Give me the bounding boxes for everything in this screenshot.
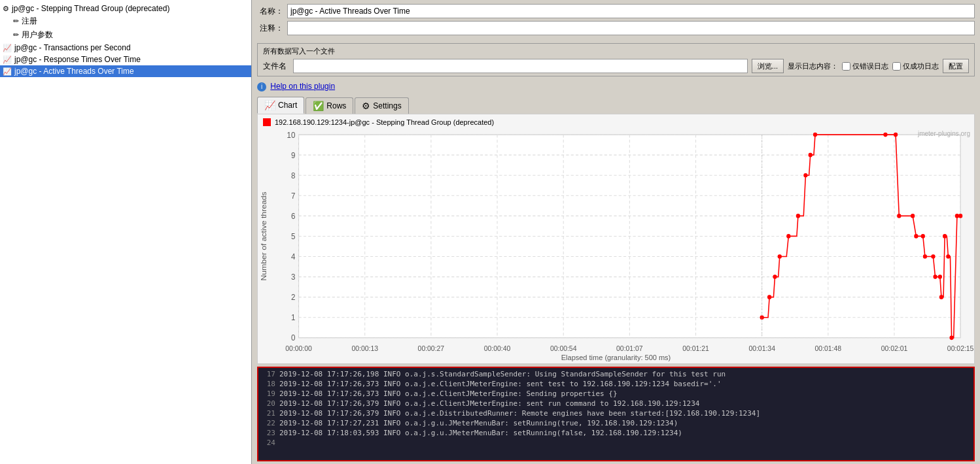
chart-watermark: jmeter-plugins.org <box>918 130 970 137</box>
tab-bar: 📈 Chart ✅ Rows ⚙ Settings <box>252 94 980 114</box>
svg-text:00:01:07: 00:01:07 <box>616 344 643 352</box>
x-axis-label: Elapsed time (granularity: 500 ms) <box>258 352 974 363</box>
svg-text:3: 3 <box>291 273 296 282</box>
tab-rows-label: Rows <box>326 101 346 110</box>
log-line-text: 2019-12-08 17:17:26,373 INFO o.a.j.e.Cli… <box>279 389 618 398</box>
log-line: 21 2019-12-08 17:17:26,379 INFO o.a.j.e.… <box>260 408 972 418</box>
chart-icon: 📈 <box>3 67 12 76</box>
sidebar-item-label: 用户参数 <box>22 29 53 41</box>
sidebar-item-active-threads[interactable]: 📈 jp@gc - Active Threads Over Time <box>0 65 251 77</box>
form-area: 名称： 注释： <box>252 0 980 41</box>
comment-input[interactable] <box>287 21 975 35</box>
name-label: 名称： <box>257 6 283 17</box>
log-line-num: 18 <box>260 380 275 388</box>
svg-point-67 <box>946 254 950 259</box>
svg-text:00:01:21: 00:01:21 <box>682 344 709 352</box>
file-row: 文件名 浏览... 显示日志内容： 仅错误日志 仅成功日志 配置 <box>263 59 969 73</box>
error-log-checkbox-label: 仅错误日志 <box>842 61 888 71</box>
svg-text:00:00:54: 00:00:54 <box>550 344 577 352</box>
svg-text:00:01:34: 00:01:34 <box>748 344 775 352</box>
svg-point-68 <box>949 335 953 340</box>
chart-area: jmeter-plugins.org <box>258 127 974 352</box>
log-line-text: 2019-12-08 17:17:26,379 INFO o.a.j.e.Dis… <box>279 409 760 418</box>
comment-row: 注释： <box>257 21 975 35</box>
config-button[interactable]: 配置 <box>943 59 969 73</box>
file-input[interactable] <box>293 59 748 73</box>
log-line-num: 24 <box>260 439 275 447</box>
svg-point-47 <box>767 295 771 299</box>
svg-text:0: 0 <box>291 333 296 342</box>
chart-icon: 📈 <box>3 44 12 52</box>
info-icon: i <box>257 82 266 91</box>
log-line-text: 2019-12-08 17:17:27,231 INFO o.a.j.g.u.J… <box>279 419 678 427</box>
sidebar-item-response-times[interactable]: 📈 jp@gc - Response Times Over Time <box>0 54 251 65</box>
log-line-num: 20 <box>260 399 275 408</box>
svg-point-65 <box>939 295 943 299</box>
svg-text:00:02:15: 00:02:15 <box>947 344 974 352</box>
sidebar-item-label: jp@gc - Response Times Over Time <box>14 55 141 64</box>
chart-container: 192.168.190.129:1234-jp@gc - Stepping Th… <box>257 114 975 364</box>
svg-text:6: 6 <box>291 211 296 220</box>
tab-settings-label: Settings <box>373 101 401 110</box>
chart-tab-icon: 📈 <box>264 100 275 110</box>
tab-rows[interactable]: ✅ Rows <box>306 97 353 114</box>
svg-point-53 <box>809 153 813 157</box>
gear-icon: ⚙ <box>3 5 9 13</box>
log-content-label: 显示日志内容： <box>788 61 838 71</box>
svg-text:00:00:13: 00:00:13 <box>351 344 378 352</box>
log-line-text: 2019-12-08 17:18:03,593 INFO o.a.j.g.u.J… <box>279 429 682 437</box>
success-log-checkbox[interactable] <box>892 62 901 71</box>
svg-text:8: 8 <box>291 171 296 180</box>
tab-settings[interactable]: ⚙ Settings <box>355 97 408 114</box>
svg-text:10: 10 <box>287 130 296 139</box>
chart-icon: 📈 <box>3 56 12 64</box>
rows-tab-icon: ✅ <box>313 101 324 111</box>
help-link[interactable]: Help on this plugin <box>270 82 335 91</box>
sidebar-item-stepping-thread-group[interactable]: ⚙ jp@gc - Stepping Thread Group (depreca… <box>0 3 251 14</box>
tab-chart[interactable]: 📈 Chart <box>257 97 304 114</box>
log-line: 24 <box>260 438 972 448</box>
log-line: 20 2019-12-08 17:17:26,379 INFO o.a.j.e.… <box>260 399 972 408</box>
edit-icon: ✏ <box>13 17 19 25</box>
svg-point-58 <box>911 214 915 218</box>
log-area[interactable]: 17 2019-12-08 17:17:26,198 INFO o.a.j.s.… <box>257 367 975 461</box>
svg-point-66 <box>943 234 947 239</box>
settings-tab-icon: ⚙ <box>362 101 370 111</box>
sidebar-item-label: jp@gc - Active Threads Over Time <box>14 67 134 76</box>
svg-point-54 <box>813 133 817 137</box>
log-line-text: 2019-12-08 17:17:26,373 INFO o.a.j.e.Cli… <box>279 380 722 388</box>
comment-label: 注释： <box>257 23 283 34</box>
sidebar-item-user-params[interactable]: ✏ 用户参数 <box>0 28 251 42</box>
svg-point-56 <box>894 133 898 137</box>
svg-point-55 <box>883 133 887 137</box>
name-row: 名称： <box>257 4 975 18</box>
name-input[interactable] <box>287 4 975 18</box>
svg-point-70 <box>958 214 962 218</box>
log-line: 17 2019-12-08 17:17:26,198 INFO o.a.j.s.… <box>260 369 972 379</box>
log-line-num: 17 <box>260 370 275 378</box>
file-section-title: 所有数据写入一个文件 <box>263 46 969 56</box>
svg-text:7: 7 <box>291 191 295 200</box>
svg-point-63 <box>933 274 937 279</box>
svg-point-61 <box>923 254 927 259</box>
log-line-text: 2019-12-08 17:17:26,379 INFO o.a.j.e.Cli… <box>279 399 699 408</box>
edit-icon: ✏ <box>13 31 19 39</box>
sidebar-item-transactions-per-second[interactable]: 📈 jp@gc - Transactions per Second <box>0 42 251 54</box>
log-line-num: 21 <box>260 409 275 418</box>
svg-point-57 <box>897 214 901 218</box>
success-log-checkbox-label: 仅成功日志 <box>892 61 939 71</box>
svg-point-49 <box>778 254 782 259</box>
svg-text:00:01:48: 00:01:48 <box>815 344 842 352</box>
error-log-checkbox[interactable] <box>842 62 850 71</box>
sidebar: ⚙ jp@gc - Stepping Thread Group (depreca… <box>0 0 252 464</box>
svg-point-62 <box>931 254 935 259</box>
log-line: 22 2019-12-08 17:17:27,231 INFO o.a.j.g.… <box>260 418 972 428</box>
file-section: 所有数据写入一个文件 文件名 浏览... 显示日志内容： 仅错误日志 仅成功日志… <box>257 43 975 76</box>
svg-text:00:02:01: 00:02:01 <box>881 344 908 352</box>
svg-text:9: 9 <box>291 150 296 159</box>
legend-label: 192.168.190.129:1234-jp@gc - Stepping Th… <box>275 118 494 126</box>
svg-text:00:00:00: 00:00:00 <box>285 344 312 352</box>
sidebar-item-register[interactable]: ✏ 注册 <box>0 14 251 28</box>
help-row: i Help on this plugin <box>252 79 980 94</box>
browse-button[interactable]: 浏览... <box>752 59 784 73</box>
